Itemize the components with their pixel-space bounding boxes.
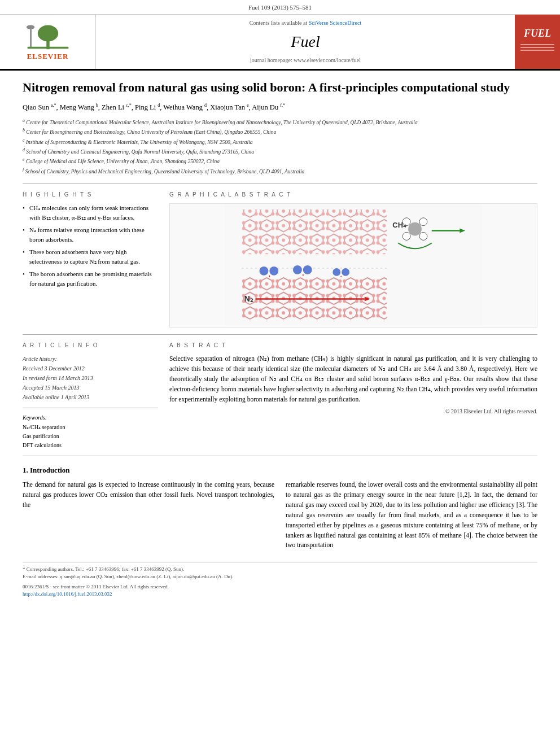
svg-point-27 bbox=[269, 267, 278, 276]
svg-rect-15 bbox=[242, 209, 387, 254]
email-note: E-mail addresses: q.sun@uq.edu.au (Q. Su… bbox=[23, 573, 537, 580]
graphical-abstract-svg: CH₄ bbox=[170, 204, 537, 327]
history-label: Article history: bbox=[23, 354, 158, 364]
intro-right-col: remarkable reserves found, the lower ove… bbox=[286, 480, 537, 551]
graphical-abstract-column: G R A P H I C A L A B S T R A C T bbox=[169, 191, 537, 327]
journal-reference: Fuel 109 (2013) 575–581 bbox=[0, 0, 560, 15]
page-footer: * Corresponding authors. Tel.: +61 7 334… bbox=[23, 562, 537, 597]
journal-name-area: Contents lists available at SciVerse Sci… bbox=[96, 15, 515, 68]
intro-body: The demand for natural gas is expected t… bbox=[23, 480, 537, 551]
footer-copyright: 0016-2361/$ - see front matter © 2013 El… bbox=[23, 583, 537, 591]
svg-point-3 bbox=[26, 25, 34, 29]
graphical-abstract-image: CH₄ bbox=[169, 203, 537, 327]
divider-2 bbox=[23, 334, 537, 335]
fuel-badge-area: FUEL bbox=[515, 15, 560, 68]
highlight-item-2: N₂ forms relative strong interaction wit… bbox=[23, 225, 158, 244]
email-addresses: q.sun@uq.edu.au (Q. Sun), zhenl@uow.edu.… bbox=[60, 574, 233, 579]
elsevier-text: ELSEVIER bbox=[27, 51, 69, 62]
svg-point-1 bbox=[37, 25, 58, 41]
corresponding-note: * Corresponding authors. Tel.: +61 7 334… bbox=[23, 566, 537, 573]
sciverse-line: Contents lists available at SciVerse Sci… bbox=[250, 19, 362, 27]
footer-copyright-text: 0016-2361/$ - see front matter © 2013 El… bbox=[23, 584, 169, 589]
svg-point-29 bbox=[303, 265, 312, 274]
abstract-copyright: © 2013 Elsevier Ltd. All rights reserved… bbox=[169, 408, 537, 416]
intro-left-col: The demand for natural gas is expected t… bbox=[23, 480, 274, 551]
intro-heading: 1. Introduction bbox=[23, 465, 537, 475]
fuel-badge: FUEL bbox=[520, 27, 554, 57]
highlights-label: H I G H L I G H T S bbox=[23, 191, 158, 199]
sciverse-text: Contents lists available at bbox=[250, 20, 307, 26]
authors-line: Qiao Sun a,*, Meng Wang b, Zhen Li c,*, … bbox=[23, 102, 537, 113]
svg-point-18 bbox=[419, 218, 427, 226]
sciverse-link[interactable]: SciVerse ScienceDirect bbox=[309, 20, 362, 26]
highlights-graphical-section: H I G H L I G H T S CH₄ molecules can on… bbox=[23, 191, 537, 327]
fuel-badge-decoration bbox=[520, 42, 554, 53]
keywords-section: Keywords: N₂/CH₄ separation Gas purifica… bbox=[23, 414, 158, 450]
highlights-column: H I G H L I G H T S CH₄ molecules can on… bbox=[23, 191, 158, 327]
svg-point-20 bbox=[419, 233, 427, 241]
available-date: Available online 1 April 2013 bbox=[23, 392, 158, 402]
article-info-section: A R T I C L E I N F O Article history: R… bbox=[23, 342, 537, 450]
journal-header: ELSEVIER Contents lists available at Sci… bbox=[0, 15, 560, 70]
keyword-1: N₂/CH₄ separation bbox=[23, 423, 158, 432]
doi-link[interactable]: http://dx.doi.org/10.1016/j.fuel.2013.03… bbox=[23, 591, 112, 597]
elsevier-logo-area: ELSEVIER bbox=[0, 15, 96, 68]
divider-3 bbox=[23, 456, 537, 456]
revised-date: In revised form 14 March 2013 bbox=[23, 373, 158, 383]
affiliations: a Centre for Theoretical Computational M… bbox=[23, 117, 537, 176]
elsevier-logo: ELSEVIER bbox=[23, 22, 73, 62]
footer-doi[interactable]: http://dx.doi.org/10.1016/j.fuel.2013.03… bbox=[23, 591, 537, 598]
graphical-abstract-label: G R A P H I C A L A B S T R A C T bbox=[169, 191, 537, 199]
svg-point-16 bbox=[408, 222, 422, 236]
fuel-badge-title: FUEL bbox=[520, 27, 554, 41]
affil-c: c Institute of Superconducting & Electro… bbox=[23, 137, 537, 146]
gaseous-word: gaseous bbox=[380, 522, 401, 528]
journal-ref-text: Fuel 109 (2013) 575–581 bbox=[248, 4, 312, 11]
divider-1 bbox=[23, 184, 537, 184]
divider-keywords bbox=[23, 408, 158, 408]
highlights-list: CH₄ molecules can only form weak interac… bbox=[23, 203, 158, 288]
article-history: Article history: Received 3 December 201… bbox=[23, 354, 158, 402]
svg-text:CH₄: CH₄ bbox=[392, 221, 406, 229]
affil-d: d School of Chemistry and Chemical Engin… bbox=[23, 147, 537, 156]
sciverse-link-text: SciVerse ScienceDirect bbox=[309, 20, 362, 26]
elsevier-tree-icon bbox=[23, 22, 73, 50]
highlight-item-4: The boron adsorbents can be promising ma… bbox=[23, 269, 158, 288]
email-label: E-mail addresses: bbox=[23, 574, 59, 579]
affil-f: f School of Chemistry, Physics and Mecha… bbox=[23, 167, 537, 176]
svg-rect-2 bbox=[30, 27, 32, 47]
svg-point-26 bbox=[260, 267, 269, 276]
keywords-label: Keywords: bbox=[23, 414, 158, 422]
journal-homepage: journal homepage: www.elsevier.com/locat… bbox=[250, 56, 361, 64]
journal-title: Fuel bbox=[291, 30, 320, 53]
svg-point-30 bbox=[333, 268, 340, 276]
abstract-text: Selective separation of nitrogen (N₂) fr… bbox=[169, 354, 537, 404]
svg-point-31 bbox=[342, 268, 349, 276]
keyword-3: DFT calculations bbox=[23, 441, 158, 450]
highlight-item-3: These boron adsorbents have very high se… bbox=[23, 247, 158, 266]
article-info-label: A R T I C L E I N F O bbox=[23, 342, 158, 350]
keyword-2: Gas purification bbox=[23, 432, 158, 441]
affil-a: a Centre for Theoretical Computational M… bbox=[23, 117, 537, 126]
introduction-section: 1. Introduction The demand for natural g… bbox=[23, 465, 537, 551]
article-info-column: A R T I C L E I N F O Article history: R… bbox=[23, 342, 158, 450]
abstract-column: A B S T R A C T Selective separation of … bbox=[169, 342, 537, 450]
svg-point-28 bbox=[293, 265, 302, 274]
svg-rect-4 bbox=[27, 47, 68, 49]
accepted-date: Accepted 15 March 2013 bbox=[23, 383, 158, 392]
affil-b: b Center for Bioengineering and Biotechn… bbox=[23, 127, 537, 136]
article-title: Nitrogen removal from natural gas using … bbox=[23, 80, 537, 96]
main-content: Nitrogen removal from natural gas using … bbox=[0, 71, 560, 607]
svg-point-19 bbox=[403, 233, 410, 241]
affil-e: e College of Medical and Life Science, U… bbox=[23, 156, 537, 165]
highlight-item-1: CH₄ molecules can only form weak interac… bbox=[23, 203, 158, 222]
svg-text:N₂: N₂ bbox=[244, 295, 253, 304]
received-date: Received 3 December 2012 bbox=[23, 364, 158, 373]
abstract-label: A B S T R A C T bbox=[169, 342, 537, 350]
